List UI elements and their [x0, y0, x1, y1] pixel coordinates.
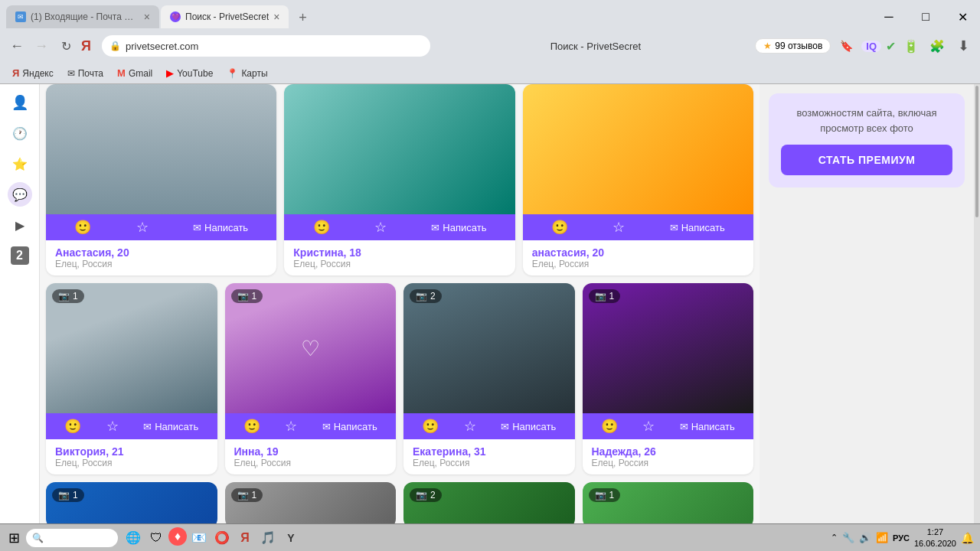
- smile-button-2[interactable]: 🙂: [313, 219, 330, 236]
- partial-photo-count-2: 📷1: [231, 488, 263, 502]
- bookmark-mail[interactable]: ✉ Почта: [61, 67, 109, 80]
- restore-button[interactable]: □: [908, 5, 943, 28]
- tab-mail[interactable]: ✉ (1) Входящие - Почта Ма... ×: [6, 5, 159, 28]
- partial-card-3[interactable]: 📷2: [403, 482, 575, 523]
- write-btn-n[interactable]: ✉ Написать: [680, 421, 735, 432]
- smile-btn-i[interactable]: 🙂: [243, 418, 260, 435]
- smile-button-3[interactable]: 🙂: [551, 219, 568, 236]
- clock[interactable]: 1:27 16.06.2020: [914, 527, 956, 549]
- tab-privet[interactable]: 💜 Поиск - PrivetSecret ×: [161, 5, 289, 28]
- star-btn-v[interactable]: ☆: [106, 418, 119, 435]
- notification-button[interactable]: 🔔: [961, 532, 974, 544]
- write-label-i: Написать: [334, 421, 377, 432]
- card-nadezhda[interactable]: 📷 1 🙂 ☆ ✉ Написать Надежда, 26 Елец, Рос…: [583, 283, 754, 474]
- address-bar[interactable]: 🔒 privetsecret.com: [102, 35, 430, 57]
- star-button-3[interactable]: ☆: [612, 219, 625, 236]
- right-panel: возможностям сайта, включая просмотр все…: [760, 84, 974, 523]
- messages-icon: 💬: [12, 187, 28, 202]
- youtube-icon: ▶: [166, 67, 174, 79]
- card-inna[interactable]: 📷 1 ♡ 🙂 ☆ ✉ Написать Инна, 19 Елец, Росс…: [225, 283, 397, 474]
- star-button-1[interactable]: ☆: [136, 219, 149, 236]
- card-actions-i: 🙂 ☆ ✉ Написать: [225, 413, 397, 439]
- tab-privet-close[interactable]: ×: [273, 11, 279, 23]
- card-info-i: Инна, 19 Елец, Россия: [225, 439, 397, 474]
- write-btn-i[interactable]: ✉ Написать: [322, 421, 377, 432]
- photo-count-i: 📷 1: [231, 289, 263, 303]
- back-button[interactable]: ←: [6, 35, 28, 57]
- tray-arrow[interactable]: ⌃: [831, 533, 838, 543]
- lock-icon: 🔒: [109, 41, 121, 51]
- star-btn-n[interactable]: ☆: [642, 418, 655, 435]
- write-label-v: Написать: [155, 421, 198, 432]
- partial-photo-count-1: 📷1: [52, 488, 84, 502]
- smile-btn-v[interactable]: 🙂: [64, 418, 81, 435]
- card-anastasia-top[interactable]: 🙂 ☆ ✉ Написать Анастасия, 20 Елец, Росси…: [46, 84, 276, 276]
- minimize-button[interactable]: ─: [871, 5, 906, 28]
- taskbar-app-browser[interactable]: 🌐: [122, 527, 144, 549]
- bookmark-gmail[interactable]: M Gmail: [111, 66, 158, 80]
- tray-icon-network[interactable]: 📶: [876, 532, 888, 543]
- sidebar-item-messages[interactable]: 💬: [8, 182, 32, 207]
- write-button-2[interactable]: ✉ Написать: [431, 222, 486, 233]
- star-btn-e[interactable]: ☆: [464, 418, 476, 435]
- partial-card-4[interactable]: 📷1: [583, 482, 754, 523]
- bookmark-youtube-label: YouTube: [177, 68, 213, 79]
- card-anastasia2-top[interactable]: 🙂 ☆ ✉ Написать анастасия, 20 Елец, Росси…: [523, 84, 753, 276]
- extensions-button[interactable]: 🧩: [926, 35, 948, 57]
- card-info-e: Екатерина, 31 Елец, Россия: [403, 439, 575, 474]
- sidebar-item-play[interactable]: ▶: [8, 213, 32, 237]
- smile-button-1[interactable]: 🙂: [74, 219, 91, 236]
- star-icon: ★: [763, 41, 772, 51]
- smile-btn-e[interactable]: 🙂: [422, 418, 439, 435]
- sidebar-item-favorites[interactable]: ⭐: [8, 152, 32, 176]
- write-label-1: Написать: [204, 222, 248, 233]
- partial-photo-count-4: 📷1: [589, 488, 621, 502]
- write-button-3[interactable]: ✉ Написать: [670, 222, 725, 233]
- tray-icon-2[interactable]: 🔊: [859, 532, 871, 543]
- bookmark-button[interactable]: 🔖: [835, 35, 857, 57]
- download-button[interactable]: ⬇: [952, 35, 974, 57]
- language-indicator[interactable]: РУС: [893, 533, 910, 543]
- camera-icon-n: 📷: [595, 291, 606, 302]
- star-button-2[interactable]: ☆: [374, 219, 387, 236]
- taskbar-app-shield[interactable]: 🛡: [145, 527, 167, 549]
- bookmark-yandex[interactable]: Я Яндекс: [6, 66, 60, 80]
- heart-overlay-i: ♡: [301, 336, 320, 361]
- write-button-1[interactable]: ✉ Написать: [193, 222, 248, 233]
- review-badge[interactable]: ★ 99 отзывов: [755, 38, 831, 54]
- bookmark-youtube[interactable]: ▶ YouTube: [160, 66, 219, 80]
- star-btn-i[interactable]: ☆: [285, 418, 297, 435]
- tray-icon-1[interactable]: 🔧: [842, 532, 854, 543]
- partial-card-1[interactable]: 📷1: [46, 482, 217, 523]
- taskbar-app-y[interactable]: Y: [280, 527, 302, 549]
- card-image-n: 📷 1: [583, 283, 754, 413]
- taskbar-app-opera[interactable]: ⭕: [211, 527, 233, 549]
- card-name-n: Надежда, 26: [592, 445, 745, 458]
- sidebar-item-history[interactable]: 🕐: [8, 121, 32, 145]
- taskbar-app-store[interactable]: ♦: [168, 527, 187, 546]
- card-info-1: Анастасия, 20 Елец, Россия: [46, 240, 276, 276]
- premium-button[interactable]: СТАТЬ ПРЕМИУМ: [781, 145, 952, 175]
- card-viktoriya[interactable]: 📷 1 🙂 ☆ ✉ Написать Виктория, 21 Елец, Ро…: [46, 283, 217, 474]
- write-btn-e[interactable]: ✉ Написать: [501, 421, 556, 432]
- new-tab-button[interactable]: +: [292, 7, 313, 28]
- scrollbar[interactable]: [974, 84, 980, 523]
- taskbar-app-yandex[interactable]: Я: [234, 527, 256, 549]
- write-btn-v[interactable]: ✉ Написать: [143, 421, 198, 432]
- card-kristina-top[interactable]: 🙂 ☆ ✉ Написать Кристина, 18 Елец, Россия: [284, 84, 514, 276]
- start-button[interactable]: ⊞: [3, 527, 24, 549]
- taskbar-app-music[interactable]: 🎵: [257, 527, 279, 549]
- forward-button[interactable]: →: [31, 35, 52, 57]
- mail-icon-3: ✉: [670, 222, 678, 233]
- user-avatar[interactable]: 👤: [8, 90, 32, 115]
- close-button[interactable]: ✕: [945, 5, 980, 28]
- taskbar-search[interactable]: 🔍: [26, 529, 118, 547]
- tab-mail-close[interactable]: ×: [144, 11, 150, 23]
- partial-card-2[interactable]: 📷1: [225, 482, 397, 523]
- card-ekaterina[interactable]: 📷 2 🙂 ☆ ✉ Написать Екатерина, 31 Елец, Р…: [403, 283, 575, 474]
- taskbar-app-mail[interactable]: 📧: [188, 527, 210, 549]
- bookmark-maps[interactable]: 📍 Карты: [220, 67, 273, 80]
- sidebar-item-badge[interactable]: 2: [8, 243, 32, 268]
- smile-btn-n[interactable]: 🙂: [601, 418, 618, 435]
- refresh-button[interactable]: ↻: [55, 35, 77, 57]
